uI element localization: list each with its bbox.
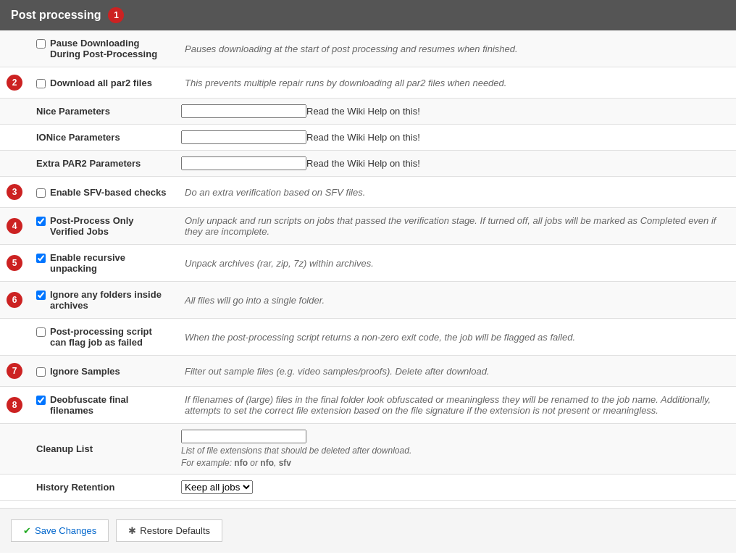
input-nice-parameters[interactable]	[181, 104, 306, 118]
wiki-link-ionice-parameters[interactable]: Read the Wiki Help on this!	[306, 132, 420, 143]
badge-cell-history-retention	[0, 475, 29, 501]
cleanup-note-cleanup-list-0: List of file extensions that should be d…	[181, 446, 729, 456]
setting-row-post-process-verified: 4 Post-Process Only Verified JobsOnly un…	[0, 208, 736, 245]
setting-row-recursive-unpacking: 5 Enable recursive unpackingUnpack archi…	[0, 245, 736, 282]
page-container: Post processing 1 Pause Downloading Duri…	[0, 0, 736, 560]
badge-cell-nice-parameters	[0, 99, 29, 125]
input-extra-par2[interactable]	[181, 156, 306, 170]
setting-row-script-flag-failed: Post-processing script can flag job as f…	[0, 319, 736, 356]
setting-row-nice-parameters: Nice ParametersRead the Wiki Help on thi…	[0, 99, 736, 125]
badge-download-par2: 2	[7, 75, 22, 91]
label-ignore-samples: Ignore Samples	[36, 366, 167, 377]
label-ionice-parameters: IONice Parameters	[29, 125, 174, 151]
desc-post-process-verified: Only unpack and run scripts on jobs that…	[174, 208, 736, 245]
setting-row-ignore-samples: 7 Ignore SamplesFilter out sample files …	[0, 356, 736, 387]
badge-cell-recursive-unpacking: 5	[0, 245, 29, 282]
checkbox-sfv-checks[interactable]	[36, 188, 46, 198]
badge-cell-ignore-folders: 6	[0, 282, 29, 319]
badge-deobfuscate: 8	[7, 397, 22, 413]
save-button[interactable]: ✔ Save Changes	[11, 519, 109, 542]
select-history-retention[interactable]: Keep all jobs7 days30 days1 year	[181, 480, 253, 494]
badge-post-process-verified: 4	[7, 218, 22, 234]
badge-cell-extra-par2	[0, 151, 29, 177]
label-cell-post-process-verified: Post-Process Only Verified Jobs	[29, 208, 174, 245]
badge-cell-pause-downloading	[0, 30, 29, 67]
checkbox-ignore-folders[interactable]	[36, 291, 46, 300]
desc-recursive-unpacking: Unpack archives (rar, zip, 7z) within ar…	[174, 245, 736, 282]
badge-cell-deobfuscate: 8	[0, 387, 29, 424]
badge-ignore-folders: 6	[7, 292, 22, 308]
checkbox-ignore-samples[interactable]	[36, 367, 46, 377]
settings-table: Pause Downloading During Post-Processing…	[0, 30, 736, 501]
label-sfv-checks: Enable SFV-based checks	[36, 187, 167, 198]
desc-pause-downloading: Pauses downloading at the start of post …	[174, 30, 736, 67]
desc-deobfuscate: If filenames of (large) files in the fin…	[174, 387, 736, 424]
label-cell-deobfuscate: Deobfuscate final filenames	[29, 387, 174, 424]
checkmark-icon: ✔	[23, 525, 31, 536]
save-label: Save Changes	[35, 525, 96, 536]
label-download-par2: Download all par2 files	[36, 78, 167, 88]
label-cell-download-par2: Download all par2 files	[29, 67, 174, 99]
badge-cell-download-par2: 2	[0, 67, 29, 99]
cleanup-note-cleanup-list-1: For example: nfo or nfo, sfv	[181, 458, 729, 468]
gear-icon: ✱	[128, 525, 136, 536]
input-cell-nice-parameters: Read the Wiki Help on this!	[174, 99, 736, 125]
input-cleanup-list[interactable]	[181, 430, 306, 443]
desc-download-par2: This prevents multiple repair runs by do…	[174, 67, 736, 99]
badge-sfv-checks: 3	[7, 184, 22, 200]
checkbox-post-process-verified[interactable]	[36, 217, 46, 226]
badge-cell-sfv-checks: 3	[0, 177, 29, 208]
label-script-flag-failed: Post-processing script can flag job as f…	[36, 326, 167, 348]
label-deobfuscate: Deobfuscate final filenames	[36, 394, 167, 416]
header-badge: 1	[108, 7, 124, 23]
wiki-link-extra-par2[interactable]: Read the Wiki Help on this!	[306, 158, 420, 169]
setting-row-sfv-checks: 3 Enable SFV-based checksDo an extra ver…	[0, 177, 736, 208]
checkbox-deobfuscate[interactable]	[36, 396, 46, 405]
badge-cell-script-flag-failed	[0, 319, 29, 356]
badge-recursive-unpacking: 5	[7, 255, 22, 271]
input-cell-history-retention: Keep all jobs7 days30 days1 year	[174, 475, 736, 501]
input-ionice-parameters[interactable]	[181, 130, 306, 144]
label-extra-par2: Extra PAR2 Parameters	[29, 151, 174, 177]
setting-row-ionice-parameters: IONice ParametersRead the Wiki Help on t…	[0, 125, 736, 151]
label-ignore-folders: Ignore any folders inside archives	[36, 289, 167, 311]
label-cell-ignore-folders: Ignore any folders inside archives	[29, 282, 174, 319]
label-cell-pause-downloading: Pause Downloading During Post-Processing	[29, 30, 174, 67]
badge-cell-ignore-samples: 7	[0, 356, 29, 387]
setting-row-pause-downloading: Pause Downloading During Post-Processing…	[0, 30, 736, 67]
checkbox-recursive-unpacking[interactable]	[36, 254, 46, 263]
desc-sfv-checks: Do an extra verification based on SFV fi…	[174, 177, 736, 208]
badge-cell-ionice-parameters	[0, 125, 29, 151]
label-cell-ignore-samples: Ignore Samples	[29, 356, 174, 387]
badge-ignore-samples: 7	[7, 363, 22, 379]
setting-row-extra-par2: Extra PAR2 ParametersRead the Wiki Help …	[0, 151, 736, 177]
checkbox-download-par2[interactable]	[36, 79, 46, 88]
setting-row-history-retention: History RetentionKeep all jobs7 days30 d…	[0, 475, 736, 501]
input-cell-cleanup-list: List of file extensions that should be d…	[174, 424, 736, 475]
input-cell-ionice-parameters: Read the Wiki Help on this!	[174, 125, 736, 151]
desc-script-flag-failed: When the post-processing script returns …	[174, 319, 736, 356]
label-history-retention: History Retention	[29, 475, 174, 501]
label-cell-recursive-unpacking: Enable recursive unpacking	[29, 245, 174, 282]
setting-row-ignore-folders: 6 Ignore any folders inside archivesAll …	[0, 282, 736, 319]
setting-row-cleanup-list: Cleanup ListList of file extensions that…	[0, 424, 736, 475]
setting-row-deobfuscate: 8 Deobfuscate final filenamesIf filename…	[0, 387, 736, 424]
restore-defaults-button[interactable]: ✱ Restore Defaults	[116, 519, 222, 542]
label-cell-sfv-checks: Enable SFV-based checks	[29, 177, 174, 208]
page-title: Post processing	[11, 9, 101, 22]
checkbox-pause-downloading[interactable]	[36, 39, 46, 49]
label-pause-downloading: Pause Downloading During Post-Processing	[36, 38, 167, 59]
setting-row-download-par2: 2 Download all par2 filesThis prevents m…	[0, 67, 736, 99]
wiki-link-nice-parameters[interactable]: Read the Wiki Help on this!	[306, 106, 420, 117]
input-cell-extra-par2: Read the Wiki Help on this!	[174, 151, 736, 177]
badge-cell-cleanup-list	[0, 424, 29, 475]
page-header: Post processing 1	[0, 0, 736, 30]
label-nice-parameters: Nice Parameters	[29, 99, 174, 125]
footer-actions: ✔ Save Changes ✱ Restore Defaults	[0, 508, 736, 553]
desc-ignore-samples: Filter out sample files (e.g. video samp…	[174, 356, 736, 387]
checkbox-script-flag-failed[interactable]	[36, 327, 46, 337]
label-post-process-verified: Post-Process Only Verified Jobs	[36, 215, 167, 237]
label-recursive-unpacking: Enable recursive unpacking	[36, 252, 167, 274]
label-cleanup-list: Cleanup List	[29, 424, 174, 475]
desc-ignore-folders: All files will go into a single folder.	[174, 282, 736, 319]
